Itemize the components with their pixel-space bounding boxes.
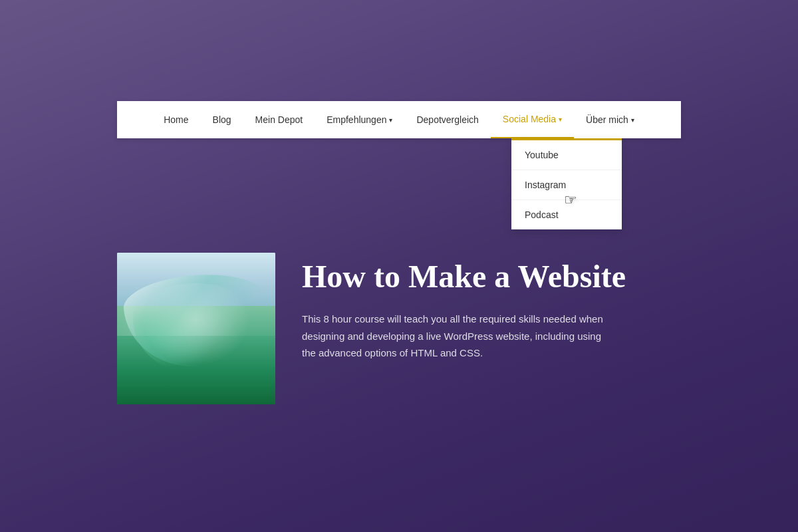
nav-item-depotvergleich[interactable]: Depotvergleich: [404, 101, 490, 138]
nav-items: Home Blog Mein Depot Empfehlungen ▾ Depo…: [152, 101, 646, 138]
dropdown-item-youtube[interactable]: Youtube: [511, 140, 622, 170]
dropdown-item-instagram[interactable]: Instagram: [511, 170, 622, 200]
nav-item-blog[interactable]: Blog: [201, 101, 243, 138]
chevron-down-icon: ▾: [631, 116, 634, 124]
chevron-down-icon: ▾: [559, 116, 562, 123]
nav-item-mein-depot[interactable]: Mein Depot: [243, 101, 315, 138]
dropdown-item-podcast[interactable]: Podcast: [511, 200, 622, 229]
hero-section: How to Make a Website This 8 hour course…: [117, 253, 681, 404]
hero-description: This 8 hour course will teach you all th…: [302, 311, 608, 362]
nav-item-ueber-mich[interactable]: Über mich ▾: [574, 101, 646, 138]
nav-item-home[interactable]: Home: [152, 101, 200, 138]
image-ocean: [117, 336, 275, 404]
navbar: Home Blog Mein Depot Empfehlungen ▾ Depo…: [117, 101, 681, 138]
chevron-down-icon: ▾: [389, 116, 392, 124]
hero-title: How to Make a Website: [302, 258, 681, 295]
hero-image: [117, 253, 275, 404]
nav-item-empfehlungen[interactable]: Empfehlungen ▾: [315, 101, 404, 138]
hero-text-block: How to Make a Website This 8 hour course…: [302, 253, 681, 362]
social-media-dropdown: Youtube Instagram Podcast: [511, 138, 622, 229]
nav-item-social-media[interactable]: Social Media ▾: [491, 101, 574, 138]
